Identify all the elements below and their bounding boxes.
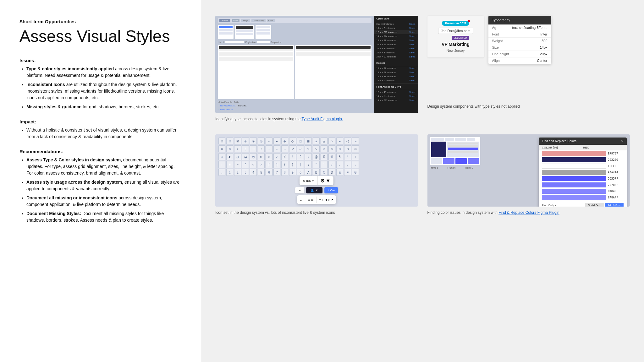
- icon-cell: F: [344, 169, 351, 176]
- page-subtitle: Short-term Opportunities: [19, 19, 182, 24]
- icon-cell: ↓: [266, 145, 272, 152]
- color-hex-4: A4A4A4: [608, 171, 624, 174]
- icon-cell: ◁: [344, 138, 351, 144]
- issues-list: Type & color styles inconsistently appli…: [19, 66, 182, 110]
- color-caption-before: Finding color issues in design system wi…: [427, 210, 499, 215]
- icon-cell: -: [218, 161, 225, 168]
- icon-cell: ⊗: [352, 145, 359, 152]
- toolbar-btn-grid[interactable]: ⊞ ⊞: [305, 197, 316, 203]
- color-hex-1: E79797: [608, 152, 624, 155]
- fnr-row-2: 222260: [539, 157, 627, 163]
- icon-cell: ": [313, 161, 320, 168]
- icon-cell: ◑: [234, 153, 241, 160]
- toolbar-btn-settings[interactable]: ⚙ ▼: [318, 176, 333, 185]
- fnr-find-btn[interactable]: Find & Sel...: [585, 203, 604, 207]
- icon-cell: E: [336, 169, 343, 176]
- icon-cell: ◐: [226, 153, 233, 160]
- icon-cell: ▸: [336, 138, 343, 144]
- crm-typography-row: Present in CRM Jon.Doe@ibm.com SELECTED …: [427, 16, 630, 100]
- icon-cell: C: [321, 169, 328, 176]
- icon-cell: >: [258, 161, 265, 168]
- color-hex-2: 222260: [608, 158, 624, 161]
- impact-list: Without a holistic & consistent set of v…: [19, 127, 182, 140]
- icon-cell: ◓: [250, 153, 257, 160]
- fnr-color-rows: E79797 222260 FFFFFF A4A4A4: [539, 150, 627, 201]
- icon-cell: ←: [273, 145, 280, 152]
- icon-cell: A: [305, 169, 312, 176]
- icon-cell: ✓: [273, 153, 280, 160]
- list-item-bold: Missing styles & guidance: [26, 104, 81, 109]
- crm-title-badge: SELECTED: [452, 36, 469, 40]
- list-item: Assess Type & Color styles in design sys…: [26, 157, 182, 176]
- icon-cell: D: [328, 169, 335, 176]
- fnr-close-icon[interactable]: ✕: [621, 139, 624, 143]
- color-hex-3: FFFFFF: [608, 165, 624, 168]
- icon-cell: {: [281, 161, 288, 168]
- icon-cell: ⊞: [218, 138, 225, 144]
- icon-cell: ↙: [297, 145, 304, 152]
- icon-cell: 8: [281, 169, 288, 176]
- color-swatch-8: [542, 195, 606, 200]
- crm-block: Present in CRM Jon.Doe@ibm.com SELECTED …: [427, 16, 630, 109]
- icon-cell: ⋯: [250, 145, 257, 152]
- crm-content: Present in CRM Jon.Doe@ibm.com SELECTED …: [427, 16, 630, 109]
- toolbar-btn-arrow2[interactable]: ←: [297, 195, 305, 204]
- toolbar-btn-arrow[interactable]: ←: [295, 187, 304, 193]
- icon-cell: ⋮: [242, 145, 249, 152]
- icon-cell: [: [266, 161, 272, 168]
- typography-rows: Ag text-sm/leading-5/fon... Font Inter W…: [488, 24, 551, 64]
- icon-cell: ≡: [234, 145, 241, 152]
- fnr-title: Find and Replace Colors: [542, 139, 576, 143]
- toolbar-row-2: ← 👤 ▼ + Cre: [295, 187, 338, 193]
- icon-cell: 4: [250, 169, 257, 176]
- icon-cell: ●: [273, 138, 280, 144]
- caption-text-before: Identifying type inconsistencies in syst…: [215, 117, 302, 121]
- toolbar-btn-ies[interactable]: ⊕ IES ✏: [300, 176, 318, 185]
- shape-icon: ◻: [322, 198, 324, 201]
- color-caption: Finding color issues in design system wi…: [427, 210, 630, 215]
- fnr-replace-btn[interactable]: Add & Save: [605, 203, 624, 207]
- type-audit-link[interactable]: Type Audit Figma plugin.: [302, 117, 343, 121]
- fnr-row-6: 7878FF: [539, 182, 627, 188]
- icon-cell: ◆: [281, 138, 288, 144]
- icon-cell: 3: [242, 169, 249, 176]
- icon-cell: #: [305, 153, 312, 160]
- toolbar-icon-group: ✏ ◻ ◆ ◎ ⚑: [316, 197, 336, 203]
- icon-cell: B: [313, 169, 320, 176]
- color-hex-7: 8484FF: [608, 190, 624, 193]
- ies-icon: ⊕: [303, 179, 305, 182]
- toolbar-row-3: ← ⊞ ⊞ ✏ ◻ ◆ ◎ ⚑: [297, 195, 336, 204]
- list-item-bold: Document Missing Styles:: [26, 211, 81, 216]
- list-item-bold: Inconsistent Icons: [26, 82, 65, 87]
- typo-row-ag: Ag text-sm/leading-5/fon...: [488, 24, 551, 31]
- typo-row-font: Font Inter: [488, 31, 551, 38]
- icon-cell: ▲: [313, 138, 320, 144]
- toolbar-row-1: ⊕ IES ✏ ⚙ ▼: [300, 176, 333, 185]
- icon-cell: |: [297, 161, 304, 168]
- icon-cell: 9: [289, 169, 296, 176]
- icon-cell: ◎: [258, 138, 265, 144]
- toolbar-btn-create[interactable]: + Cre: [324, 187, 338, 193]
- fnr-buttons: Find & Sel... Add & Save: [585, 203, 624, 207]
- icon-cell: ~: [234, 161, 241, 168]
- icon-cell: 5: [258, 169, 265, 176]
- fnr-header: Find and Replace Colors ✕: [539, 138, 627, 145]
- list-item: Missing styles & guidance for grid, shad…: [26, 104, 182, 110]
- type-audit-block: Buttons Cards Badge Helper Comp Exam: [215, 16, 418, 122]
- top-row: Buttons Cards Badge Helper Comp Exam: [215, 16, 630, 122]
- icon-cell: ◈: [242, 138, 249, 144]
- color-plugin-link[interactable]: Find & Replace Colors Figma Plugin: [498, 210, 559, 215]
- typography-panel-header: Typography: [488, 16, 551, 24]
- pencil-icon: ✏: [312, 179, 314, 182]
- icon-cell: %: [328, 153, 335, 160]
- icon-cell: ↑: [258, 145, 265, 152]
- icon-cell: /: [328, 161, 335, 168]
- canvas-nav: [431, 138, 479, 141]
- toolbar-btn-user[interactable]: 👤 ▼: [306, 187, 322, 193]
- icon-cell: G: [352, 169, 359, 176]
- color-swatch-1: [542, 151, 606, 156]
- icon-cell: ⟲: [328, 145, 335, 152]
- typo-row-size: Size 14px: [488, 44, 551, 51]
- icon-cell: →: [281, 145, 288, 152]
- icon-cell: <: [250, 161, 257, 168]
